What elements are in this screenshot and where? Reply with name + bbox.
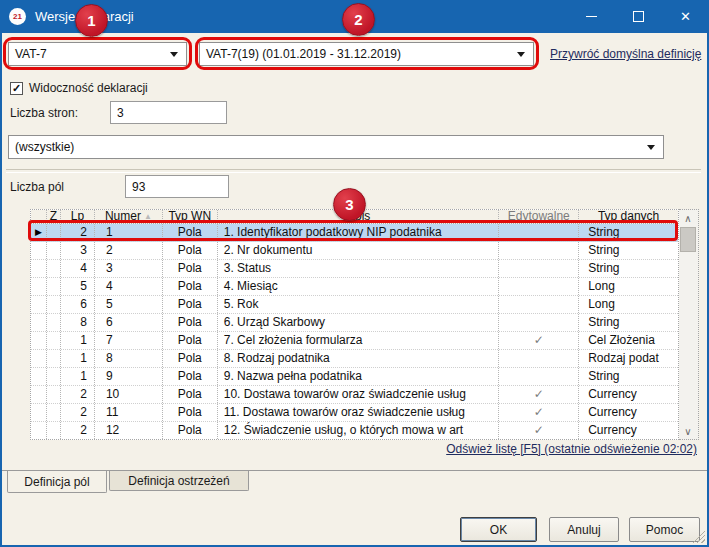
- chevron-down-icon: [170, 52, 178, 57]
- cell-z: [47, 242, 61, 259]
- table-vertical-scrollbar[interactable]: ∧ ∨: [679, 209, 699, 440]
- tab-definicja-pol[interactable]: Definicja pól: [7, 471, 107, 493]
- cell-opis: 1. Identyfikator podatkowy NIP podatnika: [218, 224, 500, 241]
- row-marker-cell: [31, 314, 47, 331]
- visibility-checkbox-label[interactable]: Widoczność deklaracji: [29, 81, 148, 95]
- minimize-button[interactable]: [568, 0, 615, 33]
- cell-lp: 2: [61, 404, 95, 421]
- table-row[interactable]: 17Pola7. Cel złożenia formularza✓Cel Zło…: [31, 332, 678, 350]
- table-row[interactable]: ▶21Pola1. Identyfikator podatkowy NIP po…: [31, 224, 678, 242]
- cell-numer: 3: [95, 260, 163, 277]
- table-row[interactable]: 210Pola10. Dostawa towarów oraz świadcze…: [31, 386, 678, 404]
- cell-z: [47, 350, 61, 367]
- column-header-typ-wn[interactable]: Typ WN: [163, 210, 218, 223]
- cell-opis: 5. Rok: [218, 296, 500, 313]
- column-header-marker[interactable]: [31, 210, 47, 223]
- table-row[interactable]: 54Pola4. MiesiącLong: [31, 278, 678, 296]
- row-marker-cell: [31, 260, 47, 277]
- cell-typ-danych: String: [579, 368, 678, 385]
- cell-lp: 6: [61, 296, 95, 313]
- chevron-up-icon: ∧: [684, 213, 691, 224]
- row-marker-cell: [31, 278, 47, 295]
- cell-z: [47, 422, 61, 439]
- row-marker-cell: [31, 332, 47, 349]
- cell-z: [47, 404, 61, 421]
- table-row[interactable]: 211Pola11. Dostawa towarów oraz świadcze…: [31, 404, 678, 422]
- close-button[interactable]: ✕: [662, 0, 709, 33]
- cell-opis: 4. Miesiąc: [218, 278, 500, 295]
- refresh-list-link[interactable]: Odśwież listę [F5] (ostatnie odświeżenie…: [446, 442, 697, 456]
- cell-opis: 8. Rodzaj podatnika: [218, 350, 500, 367]
- cell-z: [47, 314, 61, 331]
- cell-opis: 9. Nazwa pełna podatnika: [218, 368, 500, 385]
- cell-opis: 2. Nr dokumentu: [218, 242, 500, 259]
- checkmark-icon: ✓: [12, 83, 21, 94]
- cell-lp: 2: [61, 224, 95, 241]
- cell-edytowalne: ✓: [499, 386, 579, 403]
- table-row[interactable]: 18Pola8. Rodzaj podatnikaRodzaj podat: [31, 350, 678, 368]
- filter-combobox[interactable]: (wszystkie): [8, 135, 664, 159]
- cell-edytowalne: [499, 314, 579, 331]
- form-type-combobox[interactable]: VAT-7: [8, 42, 187, 66]
- cell-edytowalne: ✓: [499, 404, 579, 421]
- column-header-lp[interactable]: Lp: [61, 210, 95, 223]
- cell-typ-danych: Long: [579, 296, 678, 313]
- restore-default-definition-link[interactable]: Przywróć domyślna definicję: [550, 47, 701, 61]
- pages-count-value: 3: [117, 106, 124, 120]
- row-marker-cell: [31, 242, 47, 259]
- table-row[interactable]: 86Pola6. Urząd SkarbowyString: [31, 314, 678, 332]
- cell-lp: 1: [61, 332, 95, 349]
- cell-opis: 10. Dostawa towarów oraz świadczenie usł…: [218, 386, 500, 403]
- cell-typ-danych: String: [579, 224, 678, 241]
- form-version-combobox[interactable]: VAT-7(19) (01.01.2019 - 31.12.2019): [199, 42, 534, 66]
- ok-button[interactable]: OK: [460, 517, 537, 542]
- table-body: ▶21Pola1. Identyfikator podatkowy NIP po…: [31, 224, 678, 440]
- tab-definicja-ostrzezen[interactable]: Definicja ostrzeżeń: [109, 471, 249, 491]
- cell-typ-wn: Pola: [163, 332, 218, 349]
- cell-lp: 3: [61, 242, 95, 259]
- column-header-typ-danych[interactable]: Typ danych: [579, 210, 678, 223]
- cell-edytowalne: [499, 242, 579, 259]
- help-button[interactable]: Pomoc: [629, 517, 700, 542]
- cell-opis: 6. Urząd Skarbowy: [218, 314, 500, 331]
- cell-typ-danych: Currency: [579, 386, 678, 403]
- chevron-down-icon: ∨: [684, 426, 691, 437]
- field-count-input[interactable]: 93: [125, 175, 229, 198]
- scroll-up-button[interactable]: ∧: [679, 210, 697, 226]
- cell-lp: 2: [61, 422, 95, 439]
- column-header-z[interactable]: Z: [47, 210, 61, 223]
- callout-badge-2: 2: [342, 3, 375, 36]
- cell-numer: 5: [95, 296, 163, 313]
- table-row[interactable]: 212Pola12. Świadczenie usług, o których …: [31, 422, 678, 440]
- cell-opis: 11. Dostawa towarów oraz świadczenie usł…: [218, 404, 500, 421]
- cell-z: [47, 368, 61, 385]
- cell-typ-danych: Long: [579, 278, 678, 295]
- current-row-arrow-icon: ▶: [35, 224, 42, 241]
- cell-z: [47, 278, 61, 295]
- maximize-button[interactable]: [615, 0, 662, 33]
- table-row[interactable]: 65Pola5. RokLong: [31, 296, 678, 314]
- cell-typ-wn: Pola: [163, 296, 218, 313]
- pages-count-input[interactable]: 3: [110, 101, 227, 124]
- scroll-down-button[interactable]: ∨: [679, 423, 697, 439]
- column-header-edytowalne[interactable]: Edytowalne: [499, 210, 579, 223]
- cell-typ-wn: Pola: [163, 224, 218, 241]
- visibility-checkbox[interactable]: ✓: [10, 82, 23, 95]
- scrollbar-thumb[interactable]: [680, 227, 696, 252]
- cell-typ-danych: Rodzaj podat: [579, 350, 678, 367]
- row-marker-cell: [31, 386, 47, 403]
- cell-typ-danych: Cel Złożenia: [579, 332, 678, 349]
- column-header-numer[interactable]: Numer ▲: [95, 210, 163, 223]
- table-row[interactable]: 32Pola2. Nr dokumentuString: [31, 242, 678, 260]
- cell-edytowalne: ✓: [499, 332, 579, 349]
- cancel-button[interactable]: Anuluj: [549, 517, 619, 542]
- cell-edytowalne: [499, 350, 579, 367]
- field-count-value: 93: [132, 180, 145, 194]
- cell-opis: 3. Status: [218, 260, 500, 277]
- cell-edytowalne: [499, 296, 579, 313]
- table-row[interactable]: 19Pola9. Nazwa pełna podatnikaString: [31, 368, 678, 386]
- cell-lp: 8: [61, 314, 95, 331]
- table-row[interactable]: 43Pola3. StatusString: [31, 260, 678, 278]
- cell-typ-danych: Currency: [579, 404, 678, 421]
- cell-typ-wn: Pola: [163, 260, 218, 277]
